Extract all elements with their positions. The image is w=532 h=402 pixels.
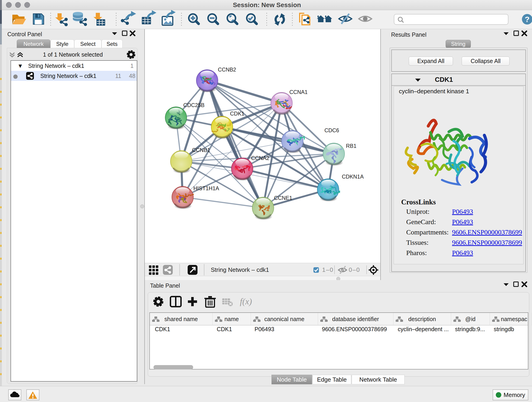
- svg-text:String Network – cdk1: String Network – cdk1: [211, 266, 269, 273]
- svg-text:1 of 1 Network selected: 1 of 1 Network selected: [43, 51, 103, 58]
- svg-text:CCNB1: CCNB1: [192, 147, 210, 153]
- svg-text:f(x): f(x): [240, 297, 252, 306]
- svg-text:CDC6: CDC6: [324, 128, 339, 133]
- svg-text:CCNB2: CCNB2: [218, 67, 236, 73]
- svg-text:RB1: RB1: [346, 143, 356, 149]
- svg-text:?: ?: [525, 15, 530, 24]
- svg-text:0 – 0: 0 – 0: [349, 266, 360, 273]
- svg-text:HIST1H1A: HIST1H1A: [193, 185, 219, 191]
- svg-text:1 – 0: 1 – 0: [322, 266, 333, 273]
- svg-text:CCNA1: CCNA1: [289, 89, 308, 95]
- svg-text:CDK1: CDK1: [230, 111, 244, 117]
- svg-text:CCNE1: CCNE1: [274, 195, 292, 201]
- svg-text:CDC25B: CDC25B: [183, 102, 205, 108]
- svg-text:CDKN1A: CDKN1A: [342, 174, 364, 180]
- svg-text:CCNA2: CCNA2: [251, 155, 269, 161]
